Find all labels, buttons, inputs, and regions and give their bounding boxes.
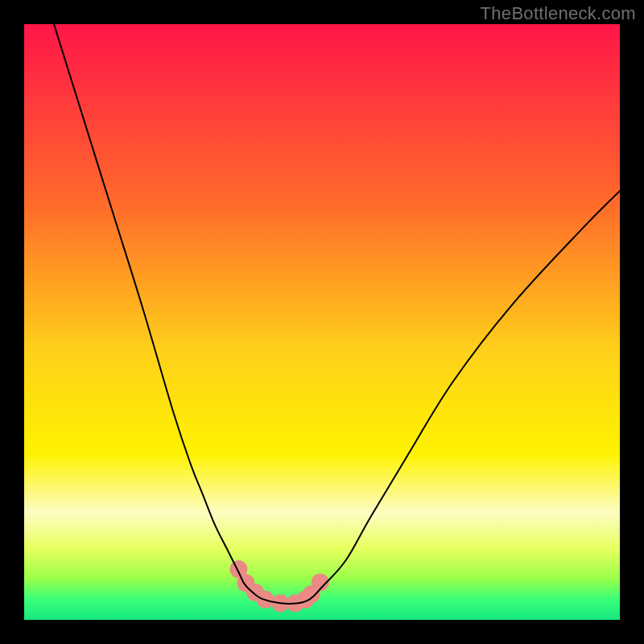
chart-svg bbox=[24, 24, 620, 620]
plot-area bbox=[24, 24, 620, 620]
chart-frame: TheBottleneck.com bbox=[0, 0, 644, 644]
watermark-text: TheBottleneck.com bbox=[481, 3, 636, 24]
gradient-background bbox=[24, 24, 620, 620]
